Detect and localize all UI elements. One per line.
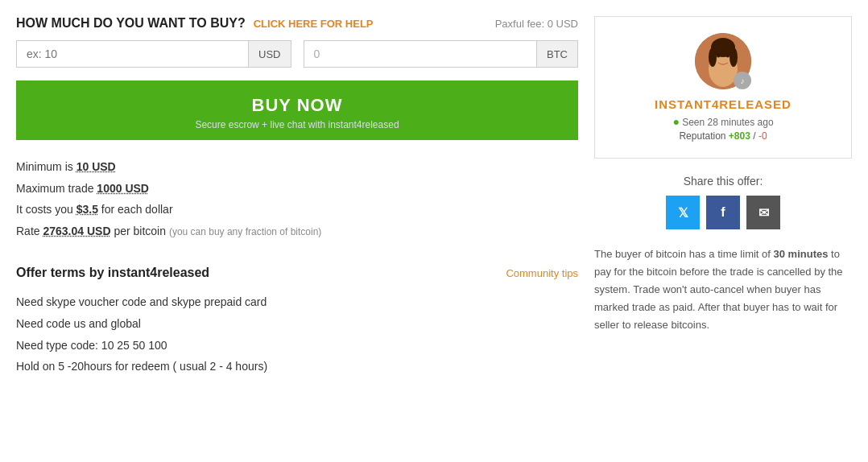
svg-point-5 bbox=[730, 47, 738, 67]
usd-input-group: USD bbox=[16, 40, 291, 68]
seen-text: ● Seen 28 minutes ago bbox=[611, 115, 835, 128]
right-panel: ♪ INSTANT4RELEASED ● Seen 28 minutes ago… bbox=[594, 16, 852, 377]
rep-positive: +803 bbox=[729, 130, 750, 142]
main-layout: HOW MUCH DO YOU WANT TO BUY? CLICK HERE … bbox=[16, 16, 852, 377]
buy-now-title: BUY NOW bbox=[32, 95, 562, 116]
offer-terms-header: Offer terms by instant4released Communit… bbox=[16, 266, 578, 280]
rep-separator: / bbox=[753, 130, 755, 142]
audio-icon: ♪ bbox=[734, 72, 751, 89]
buy-header: HOW MUCH DO YOU WANT TO BUY? CLICK HERE … bbox=[16, 16, 578, 31]
usd-currency-label: USD bbox=[248, 41, 290, 67]
share-twitter-button[interactable]: 𝕏 bbox=[666, 196, 700, 229]
help-link[interactable]: CLICK HERE FOR HELP bbox=[254, 18, 374, 30]
btc-input[interactable] bbox=[304, 41, 537, 67]
offer-terms-section: Offer terms by instant4released Communit… bbox=[16, 266, 578, 377]
offer-line-4: Hold on 5 -20hours for redeem ( usual 2 … bbox=[16, 356, 578, 377]
buy-now-subtitle: Secure escrow + live chat with instant4r… bbox=[32, 119, 562, 130]
community-tips-link[interactable]: Community tips bbox=[506, 267, 578, 279]
share-email-button[interactable]: ✉ bbox=[746, 196, 780, 229]
usd-input[interactable] bbox=[17, 41, 248, 67]
maximum-amount: 1000 USD bbox=[97, 182, 149, 195]
offer-terms-body: Need skype voucher code and skype prepai… bbox=[16, 291, 578, 377]
rate-info: Rate 2763.04 USD per bitcoin (you can bu… bbox=[16, 221, 578, 242]
paxful-fee: Paxful fee: 0 USD bbox=[495, 18, 578, 30]
reputation-text: Reputation +803 / -0 bbox=[611, 130, 835, 142]
cost-info: It costs you $3.5 for each dollar bbox=[16, 199, 578, 221]
svg-point-7 bbox=[726, 54, 730, 58]
community-tips-text: The buyer of bitcoin has a time limit of… bbox=[594, 245, 852, 334]
page-title: HOW MUCH DO YOU WANT TO BUY? bbox=[16, 16, 246, 31]
minimum-amount: 10 USD bbox=[76, 160, 116, 173]
community-tips-panel: The buyer of bitcoin has a time limit of… bbox=[594, 245, 852, 334]
seen-label: Seen 28 minutes ago bbox=[682, 117, 773, 128]
community-tips-bold: 30 minutes bbox=[774, 248, 829, 260]
btc-input-group: BTC bbox=[304, 40, 579, 68]
avatar-container: ♪ bbox=[695, 33, 751, 89]
offer-line-3: Need type code: 10 25 50 100 bbox=[16, 335, 578, 357]
btc-currency-label: BTC bbox=[536, 41, 577, 67]
offer-terms-title: Offer terms by instant4released bbox=[16, 266, 209, 280]
offer-line-1: Need skype voucher code and skype prepai… bbox=[16, 291, 578, 313]
left-panel: HOW MUCH DO YOU WANT TO BUY? CLICK HERE … bbox=[16, 16, 578, 377]
maximum-info: Maximum trade 1000 USD bbox=[16, 178, 578, 200]
share-facebook-button[interactable]: f bbox=[706, 196, 740, 229]
rate-amount: 2763.04 USD bbox=[43, 225, 110, 237]
share-section: Share this offer: 𝕏 f ✉ bbox=[594, 175, 852, 229]
online-dot: ● bbox=[672, 115, 679, 128]
svg-point-6 bbox=[717, 54, 720, 58]
minimum-info: Minimum is 10 USD bbox=[16, 156, 578, 178]
trade-info: Minimum is 10 USD Maximum trade 1000 USD… bbox=[16, 156, 578, 241]
rate-note: (you can buy any fraction of bitcoin) bbox=[169, 226, 321, 237]
amount-input-row: USD BTC bbox=[16, 40, 578, 68]
offer-line-2: Need code us and global bbox=[16, 313, 578, 335]
profile-card: ♪ INSTANT4RELEASED ● Seen 28 minutes ago… bbox=[594, 16, 852, 159]
username[interactable]: INSTANT4RELEASED bbox=[611, 97, 835, 111]
twitter-icon: 𝕏 bbox=[678, 205, 688, 221]
share-buttons: 𝕏 f ✉ bbox=[594, 196, 852, 229]
email-icon: ✉ bbox=[758, 205, 769, 221]
buy-now-button[interactable]: BUY NOW Secure escrow + live chat with i… bbox=[16, 80, 578, 140]
rep-negative: -0 bbox=[758, 130, 767, 142]
share-label: Share this offer: bbox=[594, 175, 852, 188]
facebook-icon: f bbox=[721, 205, 725, 220]
cost-amount: $3.5 bbox=[76, 203, 98, 216]
svg-point-4 bbox=[709, 47, 717, 67]
